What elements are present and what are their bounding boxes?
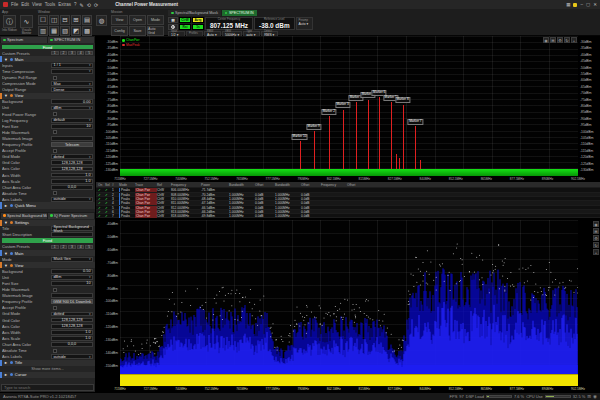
- unit-dropdown[interactable]: dBm▾: [51, 275, 93, 280]
- spectrum-plot-area[interactable]: Marker 10Marker 9Marker 2Marker 3Marker …: [120, 36, 578, 176]
- fixed-power-range-checkbox[interactable]: [53, 112, 57, 116]
- background-value-field[interactable]: 0.00: [51, 99, 93, 104]
- refresh-icon[interactable]: ↻: [564, 37, 570, 43]
- menu-help[interactable]: ?: [74, 2, 77, 7]
- section-quick-menu[interactable]: ►Quick Menu: [0, 202, 95, 208]
- redo-icon[interactable]: ⟳: [94, 2, 98, 8]
- preset-3-button[interactable]: 3: [68, 51, 76, 56]
- preset-5-button[interactable]: 5: [85, 245, 93, 250]
- preset-4-button[interactable]: 4: [77, 245, 85, 250]
- title-field[interactable]: Spectral Background Mask: [51, 226, 93, 231]
- mask-plot-area[interactable]: [120, 220, 578, 374]
- grid-mode-dropdown[interactable]: dotted▾: [51, 312, 93, 317]
- trace-mode-1s[interactable]: 1s: [192, 24, 204, 30]
- pen-tool-icon[interactable]: ✎: [80, 2, 84, 8]
- marker-table[interactable]: OnSel#ModeTraceRefFrequencyPowerBandwidt…: [96, 182, 600, 218]
- tile-single-button[interactable]: ☐: [38, 15, 48, 25]
- font-size-value-field[interactable]: 10: [51, 124, 93, 129]
- tile-all-button[interactable]: ▦: [49, 26, 59, 36]
- watermark-image-field[interactable]: [51, 293, 93, 298]
- chart-area-color-swatch[interactable]: 0,0,0: [51, 185, 93, 190]
- tile-grid-button[interactable]: ⊞: [71, 15, 81, 25]
- trace-mode-avrg[interactable]: Avrg: [192, 17, 204, 23]
- view-button[interactable]: View: [111, 15, 128, 25]
- marker-label[interactable]: Marker 8: [395, 97, 410, 103]
- hide-wavemark-checkbox[interactable]: [53, 130, 57, 134]
- accept-profile-checkbox[interactable]: [53, 149, 57, 153]
- grid-mode-dropdown[interactable]: dotted▾: [51, 154, 93, 159]
- tile-horizontal-button[interactable]: ◫: [49, 15, 59, 25]
- menu-file[interactable]: File: [11, 2, 18, 7]
- frequency-profile-button[interactable]: Telecom: [51, 142, 93, 147]
- marker-label[interactable]: Marker 3: [335, 102, 350, 108]
- tile-columns-button[interactable]: ▥: [38, 26, 48, 36]
- axis-labels-dropdown[interactable]: outside▾: [51, 197, 93, 202]
- reference-level-display[interactable]: Reference Level -38.0 dBm: [254, 17, 295, 30]
- undo-icon[interactable]: ⟲: [87, 2, 91, 8]
- axis-scale-value-field[interactable]: 1.0: [51, 179, 93, 184]
- preset-5-button[interactable]: 5: [85, 51, 93, 56]
- settings-icon[interactable]: ⚙: [557, 37, 563, 43]
- spectrum-chart[interactable]: -30dBm-35dBm-40dBm-45dBm-50dBm-55dBm-60d…: [96, 36, 600, 182]
- info-ribbon-button[interactable]: ⓘ: [3, 15, 16, 28]
- panel-tab-spectral-background-mask[interactable]: Spectral Background Mask: [1, 213, 47, 219]
- marker-label[interactable]: Marker 9: [306, 124, 321, 130]
- comment-bubble-icon[interactable]: ◍: [96, 15, 107, 26]
- inputs-dropdown[interactable]: 1 / 1▾: [51, 63, 93, 68]
- grid-color-swatch[interactable]: 128,128,128: [51, 160, 93, 165]
- grid-status-icon[interactable]: ⊞: [587, 394, 591, 399]
- font-size-value-field[interactable]: 10: [51, 281, 93, 286]
- ribbon-tab-spectral-background-mask[interactable]: Spectral/Background Mask: [168, 10, 221, 16]
- preset-4-button[interactable]: 4: [77, 51, 85, 56]
- tile-rows-button[interactable]: ▤: [82, 15, 92, 25]
- marker-label[interactable]: Marker 2: [321, 109, 336, 115]
- menu-view[interactable]: View: [32, 2, 42, 7]
- preset-2-button[interactable]: 2: [60, 51, 68, 56]
- preset-1-button[interactable]: 1: [51, 51, 59, 56]
- trace-mode-clrw[interactable]: ClrW: [179, 17, 191, 23]
- mode-dropdown[interactable]: Mask Gen▾: [51, 257, 93, 262]
- axis-scale-value-field[interactable]: 1.0: [51, 336, 93, 341]
- axis-width-value-field[interactable]: 1.0: [51, 173, 93, 178]
- background-value-field[interactable]: 0.50: [51, 269, 93, 274]
- tile-custom-button[interactable]: ◩: [71, 26, 81, 36]
- config-button[interactable]: Config: [111, 26, 128, 36]
- short-description-field[interactable]: [51, 232, 93, 237]
- visuals-monitor-button[interactable]: ∿: [20, 15, 33, 28]
- log-frequency-dropdown[interactable]: default▾: [51, 118, 93, 123]
- axis-labels-dropdown[interactable]: outside▾: [51, 354, 93, 359]
- preset-2-button[interactable]: 2: [60, 245, 68, 250]
- section-cursor[interactable]: ►Cursor: [0, 372, 95, 378]
- trace-mode-rst[interactable]: Rst: [179, 24, 191, 30]
- mode-button[interactable]: Mode: [147, 15, 164, 25]
- hide-wavemark-checkbox[interactable]: [53, 288, 57, 292]
- panel-tab-iq-power-spectrum[interactable]: IQ Power Spectrum: [48, 213, 94, 219]
- preset-button[interactable]: Fixed: [2, 238, 93, 243]
- close-button[interactable]: ✕: [593, 2, 597, 7]
- output-range-dropdown[interactable]: Dense▾: [51, 87, 93, 92]
- menu-extras[interactable]: Extras: [58, 2, 71, 7]
- center-frequency-display[interactable]: Center Frequency 807.125 MHz: [205, 17, 253, 30]
- marker-label[interactable]: Marker 10: [291, 134, 308, 140]
- panel-tab-spectrum-in[interactable]: SPECTRUM IN: [48, 37, 94, 43]
- chart-area-color-swatch[interactable]: 0,0,0: [51, 342, 93, 347]
- preset-button[interactable]: Fixed: [2, 45, 93, 50]
- panel-tab-spectrum[interactable]: Spectrum: [1, 37, 47, 43]
- sidebar-search-input[interactable]: [1, 384, 94, 391]
- absolute-time-checkbox[interactable]: [53, 349, 57, 353]
- grid-color-swatch[interactable]: 128,128,128: [51, 318, 93, 323]
- menu-tools[interactable]: Tools: [45, 2, 56, 7]
- camera-icon[interactable]: ◉: [593, 221, 599, 227]
- save-button[interactable]: Save: [129, 26, 146, 36]
- pin-icon[interactable]: +: [571, 37, 577, 43]
- axis-color-swatch[interactable]: 128,128,128: [51, 167, 93, 172]
- layout-icon[interactable]: ⊞: [550, 37, 556, 43]
- maximize-button[interactable]: ▢: [586, 2, 590, 7]
- dynamic-full-range-checkbox[interactable]: [53, 76, 57, 80]
- preamp-dropdown[interactable]: Preamp Auto ▾: [296, 17, 313, 30]
- camera-icon[interactable]: ◉: [543, 37, 549, 43]
- ribbon-tab-spectrum-in[interactable]: SPECTRUM IN: [222, 10, 257, 16]
- accept-profile-checkbox[interactable]: [53, 306, 57, 310]
- marker-label[interactable]: Marker 7: [408, 119, 423, 125]
- menu-edit[interactable]: Edit: [21, 2, 29, 7]
